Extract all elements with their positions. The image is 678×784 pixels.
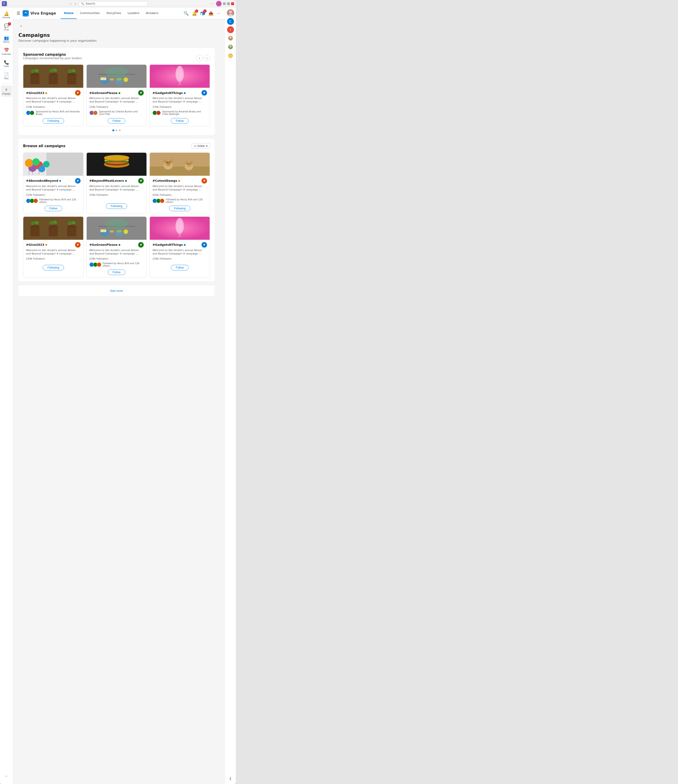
svg-point-97: [177, 220, 183, 233]
follow-btn-gadgets[interactable]: Follow: [171, 118, 189, 124]
sidebar-item-chat[interactable]: 1 💬 Chat: [1, 22, 12, 33]
right-icon-2[interactable]: !: [227, 26, 234, 33]
followed-by-gogreenb: Followed by Henry Brill and 126 others: [89, 262, 144, 267]
back-btn[interactable]: ‹: [17, 22, 25, 30]
card-desc-gadgets: Welcome to Van Arsdel's annual Above and…: [152, 96, 207, 104]
collapse-right-panel-btn[interactable]: ❮: [227, 775, 234, 782]
dot-1[interactable]: [112, 129, 114, 131]
titlebar-more-btn[interactable]: ···: [210, 2, 215, 6]
followed-avatars-above: [26, 199, 38, 203]
nav-item-answers[interactable]: Answers: [143, 8, 162, 19]
followed-avatar-3: [33, 199, 38, 203]
card-desc-give2023b: Welcome to Van Arsdel's annual Above and…: [26, 249, 81, 256]
nav-item-home[interactable]: Home: [61, 8, 77, 19]
search-icon: 🔍: [81, 2, 84, 5]
card-title-row-gogreenb: #GoGreenPlease ● #: [89, 242, 144, 247]
engage-icon: ⚡: [5, 87, 8, 92]
follow-btn-gadgetsb[interactable]: Follow: [171, 265, 189, 271]
svg-rect-36: [46, 153, 83, 176]
right-icon-4[interactable]: [227, 43, 234, 51]
verified-icon-gadgets: ●: [184, 92, 186, 94]
sidebar-label-calls: Calls: [4, 65, 9, 67]
card-desc-gogreen: Welcome to Van Arsdel's annual Above and…: [89, 96, 144, 104]
follow-btn-gogreenb[interactable]: Follow: [108, 269, 126, 275]
search-action-btn[interactable]: 🔍: [183, 10, 190, 17]
forward-nav-btn[interactable]: ›: [74, 2, 77, 6]
svg-point-31: [177, 68, 183, 81]
svg-rect-85: [23, 217, 83, 240]
notifications-badge: 10: [195, 9, 198, 12]
share-btn[interactable]: 📤: [207, 10, 215, 17]
following-btn-give2023[interactable]: Following: [43, 118, 64, 124]
nav-item-storylines[interactable]: Storylines: [103, 8, 124, 19]
sidebar-item-calls[interactable]: 📞 Calls: [1, 58, 12, 69]
browse-card-aboveandbeyond: #AboveAndBeyond ● # Welcome to Van Arsde…: [23, 152, 84, 214]
main-scroll[interactable]: ‹ Campaigns Discover campaigns happening…: [13, 19, 225, 784]
right-icon-3[interactable]: [227, 34, 234, 42]
sponsored-next-btn[interactable]: ›: [204, 55, 210, 61]
sponsored-card-gogreen: #GoGreenPlease ● # Welcome to Van Arsdel…: [86, 64, 147, 126]
followed-text-above: Followed by Henry Brill and 126 others: [39, 198, 81, 203]
svg-rect-23: [100, 78, 106, 80]
teams-app-icon: T: [2, 1, 7, 6]
card-action-gadgetsb: Follow: [152, 264, 207, 271]
see-more-bar: See more: [19, 285, 215, 296]
sidebar-item-engage[interactable]: ⚡ Engage: [1, 86, 12, 97]
sponsored-title-area: Sponsored campaigns Campaigns recommende…: [23, 53, 82, 64]
browse-header: Browse all campaigns ≡ Active ▾: [23, 143, 210, 149]
app-window: T ‹ › 🔍 Search ··· ─ □ ✕ 🔔 Activity: [0, 0, 236, 784]
following-btn-beyondmeat[interactable]: Following: [106, 203, 128, 209]
follow-btn-above[interactable]: Follow: [44, 206, 62, 211]
svg-rect-24: [110, 79, 114, 80]
nav-item-leaders[interactable]: Leaders: [124, 8, 143, 19]
sidebar-item-activity[interactable]: 🔔 Activity: [1, 9, 12, 20]
card-title-gogreen: #GoGreenPlease ●: [89, 91, 120, 95]
mail-btn[interactable]: 📬 1: [199, 10, 206, 17]
sponsored-prev-btn[interactable]: ‹: [196, 55, 203, 61]
right-icon-1[interactable]: C: [227, 18, 234, 25]
more-actions-btn[interactable]: ···: [216, 10, 221, 17]
hash-badge-gadgets: #: [202, 90, 207, 96]
titlebar-search[interactable]: 🔍 Search: [79, 1, 148, 6]
notifications-btn[interactable]: 🔔 10: [191, 10, 198, 17]
following-btn-give2023b[interactable]: Following: [43, 265, 64, 271]
sidebar-more-item[interactable]: ···: [1, 770, 12, 782]
close-btn[interactable]: ✕: [231, 2, 234, 5]
dot-3[interactable]: [119, 129, 121, 131]
sidebar-item-calendar[interactable]: 📅 Calendar: [1, 46, 12, 57]
following-btn-cutestdawgs[interactable]: Following: [169, 206, 190, 211]
sidebar-item-teams[interactable]: 👥 Teams: [1, 34, 12, 45]
page-title: Campaigns: [19, 32, 215, 38]
browse-card-gadgetsb: #GadgetsNThings ● # Welcome to Van Arsde…: [149, 216, 210, 278]
minimize-btn[interactable]: ─: [223, 2, 226, 5]
nav-item-communities[interactable]: Communities: [77, 8, 103, 19]
back-area: ‹: [13, 19, 225, 32]
browse-title: Browse all campaigns: [23, 144, 65, 148]
sidebar-bottom: ···: [1, 770, 12, 782]
restore-btn[interactable]: □: [227, 2, 230, 5]
browse-card-give2023b: #Give2023 ● # Welcome to Van Arsdel's an…: [23, 216, 84, 278]
user-avatar-right[interactable]: [227, 9, 234, 17]
verified-icon-cutestdawgs: ●: [178, 179, 180, 182]
card-body-gogreenb: #GoGreenPlease ● # Welcome to Van Arsdel…: [87, 240, 147, 277]
active-filter-btn[interactable]: ≡ Active ▾: [191, 143, 210, 149]
hamburger-btn[interactable]: ☰: [17, 11, 20, 16]
page-content: Campaigns Discover campaigns happening i…: [13, 32, 220, 302]
card-desc-give2023: Welcome to Van Arsdel's annual Above and…: [26, 96, 81, 104]
follow-btn-gogreen[interactable]: Follow: [108, 118, 126, 124]
see-more-btn[interactable]: See more: [110, 289, 123, 292]
card-sponsored-gogreen: Sponsored by Celeste Burton and Cecil Fo…: [89, 110, 144, 115]
user-avatar-titlebar[interactable]: [216, 1, 222, 6]
calendar-icon: 📅: [4, 48, 9, 53]
hash-badge-gadgetsb: #: [202, 242, 207, 247]
svg-rect-19: [23, 65, 83, 88]
card-body-give2023b: #Give2023 ● # Welcome to Van Arsdel's an…: [23, 240, 83, 273]
dot-2[interactable]: [116, 129, 117, 131]
svg-rect-90: [110, 230, 114, 232]
filter-chevron-icon: ▾: [206, 145, 207, 148]
app-layout: 🔔 Activity 1 💬 Chat 👥 Teams 📅 Calendar 📞…: [0, 7, 236, 784]
right-icon-5[interactable]: ☺: [227, 52, 234, 59]
sidebar-item-files[interactable]: 📄 Files: [1, 70, 12, 81]
back-nav-btn[interactable]: ‹: [69, 2, 72, 6]
viva-logo-text: Viva Engage: [30, 11, 56, 16]
